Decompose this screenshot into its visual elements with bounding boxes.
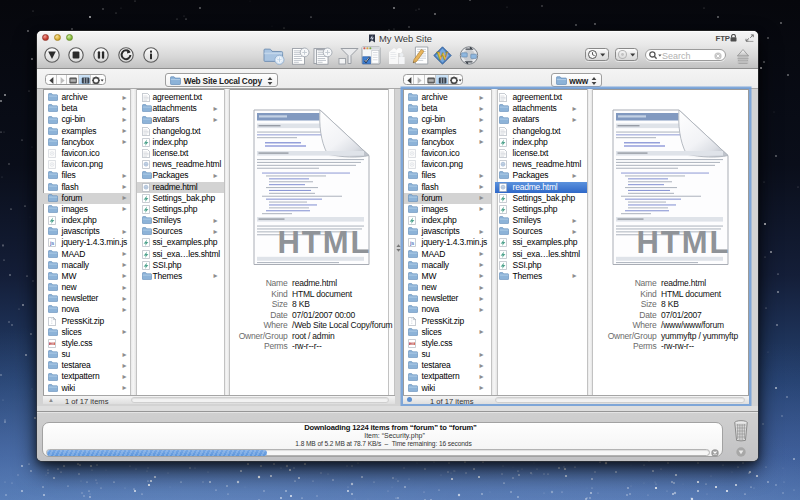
svg-text:W: W — [437, 49, 449, 63]
svg-text:HTML: HTML — [277, 225, 371, 260]
svg-text:CSS: CSS — [49, 342, 54, 346]
svg-text:js: js — [408, 240, 413, 246]
svg-text:HTML: HTML — [636, 225, 730, 260]
svg-text:js: js — [48, 240, 53, 246]
